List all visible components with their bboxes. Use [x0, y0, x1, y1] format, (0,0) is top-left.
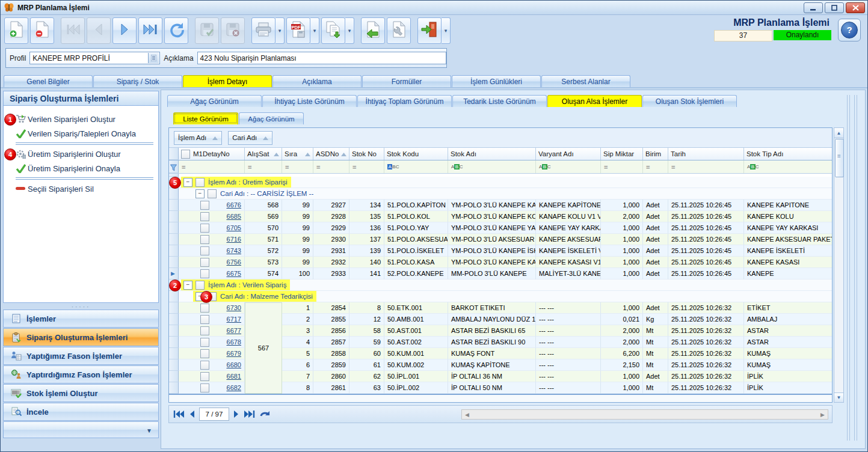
m1detayno-link[interactable]: 6679	[227, 350, 241, 357]
tab-view-6[interactable]: Oluşan Stok İşlemleri	[642, 95, 737, 107]
column-header-2[interactable]: AlışSat	[245, 148, 282, 160]
data-row[interactable]: 668556999292813551.POLO.KOLYM-POLO 3'LÜ …	[169, 211, 832, 222]
data-row[interactable]: 671657199293013751.POLO.AKSESUAYM-POLO 3…	[169, 234, 832, 245]
import-button[interactable]	[361, 17, 385, 44]
group-by-1[interactable]: İşlem Adı	[174, 131, 222, 145]
tab-view-1[interactable]: Ağaç Görünüm	[167, 95, 262, 107]
pager-prev-button[interactable]	[188, 410, 195, 418]
column-header-7[interactable]: Stok Adı	[448, 148, 536, 160]
filter-cell-8[interactable]: ABC	[536, 160, 601, 173]
column-header-11[interactable]: Tarih	[668, 148, 744, 160]
column-header-8[interactable]: Varyant Adı	[536, 148, 601, 160]
tab-main-2[interactable]: Sipariş / Stok	[93, 75, 182, 87]
help-button[interactable]: ?	[838, 19, 861, 41]
minimize-button[interactable]	[804, 2, 823, 13]
pdf-export-button[interactable]: PDF	[286, 17, 310, 44]
m1detayno-link[interactable]: 6681	[227, 373, 241, 380]
m1detayno-link[interactable]: 6675	[227, 270, 241, 277]
row-checkbox[interactable]	[200, 258, 209, 267]
collapse-icon[interactable]: −	[195, 189, 205, 198]
tab-main-5[interactable]: Formüller	[362, 75, 451, 87]
hscroll-left-arrow[interactable]: ◀	[465, 412, 469, 418]
filter-cell-3[interactable]: =	[282, 160, 313, 173]
tab-view-2[interactable]: İhtiyaç Liste Görünüm	[262, 95, 357, 107]
vertical-scrollbar[interactable]: ▲ ▼	[834, 127, 844, 403]
tab-main-3[interactable]: İşlem Detayı	[183, 75, 272, 87]
sidebar-nav-1[interactable]: İşlemler	[3, 310, 159, 328]
row-checkbox[interactable]	[200, 304, 209, 313]
delete-record-button[interactable]	[30, 17, 54, 44]
scroll-up-button[interactable]: ▲	[834, 128, 843, 138]
group-row-islem-adi-2[interactable]: −İşlem Adı : Verilen Sipariş2	[169, 279, 832, 291]
row-checkbox[interactable]	[200, 235, 209, 244]
tab-main-1[interactable]: Genel Bilgiler	[4, 75, 93, 87]
row-checkbox[interactable]	[200, 361, 209, 370]
sidebar-nav-2[interactable]: Sipariş Oluşturma İşlemleri	[3, 328, 159, 346]
data-row[interactable]: ▶6675574100293314152.POLO.KANEPEMM-POLO …	[169, 268, 832, 279]
m1detayno-link[interactable]: 6717	[227, 316, 241, 323]
sidebar-nav-4[interactable]: Yaptırdığımız Fason İşlemler	[3, 365, 159, 383]
group-row-islem-adi-1[interactable]: −İşlem Adı : Üretim Siparişi5	[169, 177, 832, 188]
row-checkbox[interactable]	[200, 212, 209, 221]
collapse-icon[interactable]: −	[183, 281, 192, 290]
copy-button[interactable]	[321, 17, 345, 44]
tab-view-4[interactable]: Tedarik Liste Görünüm	[452, 95, 547, 107]
column-header-5[interactable]: Stok No	[349, 148, 384, 160]
select-all-checkbox[interactable]	[181, 150, 190, 159]
exit-button-dropdown[interactable]: ▾	[442, 17, 451, 44]
filter-cell-12[interactable]: ABC	[744, 160, 832, 173]
tab-view-3[interactable]: İhtiyaç Toplam Görünüm	[357, 95, 452, 107]
sidebar-action-2[interactable]: Verilen Sipariş/Talepleri Onayla	[4, 126, 158, 141]
group-by-2[interactable]: Cari Adı	[228, 131, 272, 145]
exit-button[interactable]	[417, 17, 442, 44]
profil-input[interactable]: KANEPE MRP PROFİLİ	[29, 52, 160, 64]
tab-main-7[interactable]: Serbest Alanlar	[541, 75, 630, 87]
next-record-button[interactable]	[112, 17, 137, 44]
column-header-3[interactable]: Sıra	[282, 148, 313, 160]
column-header-10[interactable]: Birim	[643, 148, 668, 160]
collapse-icon[interactable]: −	[183, 178, 192, 187]
m1detayno-link[interactable]: 6743	[227, 247, 241, 254]
filter-cell-2[interactable]: =	[245, 160, 282, 173]
data-row[interactable]: 674357299293113951.POLO.İSKELETYM-POLO 3…	[169, 245, 832, 257]
m1detayno-link[interactable]: 6705	[227, 224, 241, 231]
refresh-button[interactable]	[164, 17, 188, 44]
column-header-6[interactable]: Stok Kodu	[384, 148, 448, 160]
new-record-button[interactable]	[4, 17, 28, 44]
m1detayno-link[interactable]: 6678	[227, 338, 241, 346]
filter-cell-4[interactable]: =	[313, 160, 349, 173]
hscroll-right-arrow[interactable]: ▶	[820, 412, 825, 418]
pager-first-button[interactable]	[173, 410, 185, 418]
row-checkbox[interactable]	[200, 269, 209, 278]
sidebar-collapse-bar[interactable]: ▼	[3, 421, 159, 438]
m1detayno-link[interactable]: 6680	[227, 361, 241, 368]
m1detayno-link[interactable]: 6677	[227, 327, 241, 334]
pdf-export-button-dropdown[interactable]: ▾	[310, 17, 319, 44]
restore-button[interactable]	[825, 2, 844, 13]
row-checkbox[interactable]	[200, 315, 209, 324]
row-checkbox[interactable]	[200, 349, 209, 358]
profil-lookup-button[interactable]	[148, 53, 159, 63]
row-checkbox[interactable]	[200, 383, 209, 392]
filter-cell-11[interactable]: =	[668, 160, 744, 173]
sidebar-nav-3[interactable]: Yaptığımız Fason İşlemler	[3, 347, 159, 365]
m1detayno-link[interactable]: 6682	[227, 384, 241, 391]
tab-view-5[interactable]: Oluşan Alsa İşlemler	[547, 95, 642, 107]
horizontal-scrollbar[interactable]: ◀ ▶	[461, 409, 828, 420]
group-row-cari-adi-1[interactable]: −Cari Adı : -- CARİSİZ İŞLEM --	[169, 188, 832, 200]
filter-cell-10[interactable]: =	[643, 160, 668, 173]
scroll-down-button[interactable]: ▼	[834, 392, 843, 402]
sidebar-action-7[interactable]: Seçili Siparişleri Sil	[4, 182, 158, 196]
sidebar-action-4[interactable]: 4Üretim Siparişlerini Oluştur	[4, 147, 158, 161]
row-checkbox[interactable]	[200, 201, 209, 210]
data-row[interactable]: 667656899292713451.POLO.KAPİTONYM-POLO 3…	[169, 200, 832, 211]
aciklama-input[interactable]: 423 Nolu Siparişin Planlaması	[197, 52, 446, 64]
tab-sub-1[interactable]: Liste Görünüm	[173, 112, 238, 124]
tab-main-4[interactable]: Açıklama	[272, 75, 362, 87]
pager-last-button[interactable]	[244, 410, 256, 418]
m1detayno-link[interactable]: 6716	[227, 236, 241, 243]
tab-sub-2[interactable]: Ağaç Görünüm	[239, 112, 304, 124]
row-checkbox[interactable]	[200, 338, 209, 347]
m1detayno-link[interactable]: 6685	[227, 213, 241, 220]
column-header-12[interactable]: Stok Tip Adı	[744, 148, 832, 160]
